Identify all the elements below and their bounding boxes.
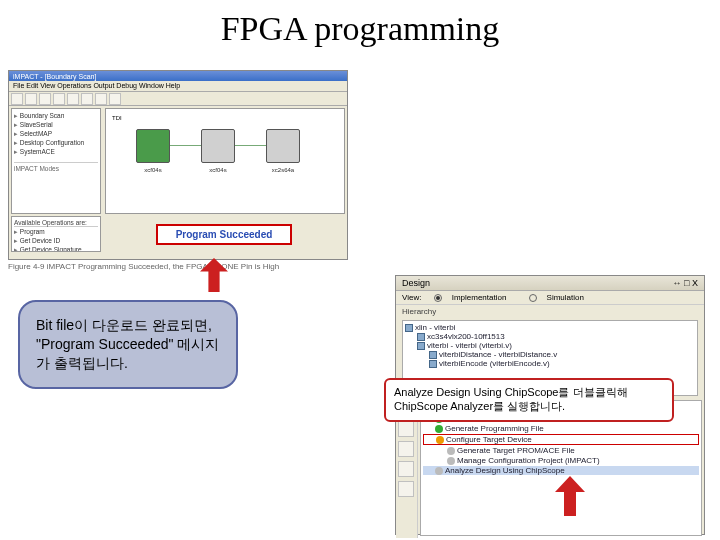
toolbar-button[interactable] [25,93,37,105]
module-icon [429,351,437,359]
process-text: Analyze Design Using ChipScope [445,466,565,475]
callout-chipscope: Analyze Design Using ChipScope를 더블클릭해 Ch… [384,378,674,422]
status-done-icon [435,425,443,433]
hierarchy-label: Hierarchy [396,305,704,318]
toolbar-button[interactable] [39,93,51,105]
radio-simulation[interactable] [529,294,537,302]
toolbar-button[interactable] [53,93,65,105]
hierarchy-text: viterbi - viterbi (viterbi.v) [427,341,512,350]
toolbar-button[interactable] [81,93,93,105]
radio-implementation[interactable] [434,294,442,302]
chip-icon [417,333,425,341]
hierarchy-item[interactable]: viterbi - viterbi (viterbi.v) [405,341,695,350]
radio-implementation-label: Implementation [452,293,507,302]
program-succeeded-text: Program Succeeded [176,229,273,240]
hierarchy-text: viterbiEncode (viterbiEncode.v) [439,359,550,368]
tree-item[interactable]: SlaveSerial [14,121,98,129]
tab-label: iMPACT Modes [14,162,98,172]
modes-tree[interactable]: Boundary Scan SlaveSerial SelectMAP Desk… [11,108,101,214]
program-succeeded-highlight: Program Succeeded [156,224,293,245]
hierarchy-text: xc3s4vlx200-10ff1513 [427,332,505,341]
device-label: xcf04s [193,167,243,173]
tree-item[interactable]: Desktop Configuration [14,139,98,147]
status-idle-icon [435,467,443,475]
status-idle-icon [447,457,455,465]
module-icon [417,342,425,350]
boundary-scan-canvas[interactable]: TDI xcf04s xcf04s xc2s64a [105,108,345,214]
device-chip[interactable] [201,129,235,163]
device-label: xcf04s [128,167,178,173]
operations-panel[interactable]: Available Operations are: Program Get De… [11,216,101,252]
figure-caption: Figure 4-9 iMPACT Programming Succeeded,… [8,262,279,271]
process-item[interactable]: Generate Target PROM/ACE File [423,446,699,455]
hierarchy-text: viterbiDistance - viterbiDistance.v [439,350,557,359]
process-text: Configure Target Device [446,435,532,444]
tree-item[interactable]: Boundary Scan [14,112,98,120]
module-icon [429,360,437,368]
tree-item[interactable]: SystemACE [14,148,98,156]
device-chip[interactable] [136,129,170,163]
hierarchy-item[interactable]: viterbiDistance - viterbiDistance.v [405,350,695,359]
process-text: Generate Target PROM/ACE File [457,446,575,455]
op-item[interactable]: Get Device ID [14,237,98,245]
process-configure-target[interactable]: Configure Target Device [423,434,699,445]
impact-menubar[interactable]: File Edit View Operations Output Debug W… [9,81,347,92]
status-area: Program Succeeded [103,216,345,252]
status-warning-icon [436,436,444,444]
view-label: View: [402,293,421,302]
tree-item[interactable]: SelectMAP [14,130,98,138]
hierarchy-item[interactable]: viterbiEncode (viterbiEncode.v) [405,359,695,368]
callout-bitfile: Bit file이 다운로드 완료되면, "Program Succeeded"… [18,300,238,389]
impact-toolbar[interactable] [9,92,347,106]
process-text: Generate Programming File [445,424,544,433]
op-item[interactable]: Get Device Signature [14,246,98,252]
design-title-text: Design [402,278,430,288]
file-icon [405,324,413,332]
canvas-label: TDI [112,115,122,121]
process-analyze-chipscope[interactable]: Analyze Design Using ChipScope [423,466,699,475]
process-item[interactable]: Generate Programming File [423,424,699,433]
process-text: Manage Configuration Project (iMPACT) [457,456,600,465]
toolbar-button[interactable] [95,93,107,105]
impact-titlebar: iMPACT - [Boundary Scan] [9,71,347,81]
design-titlebar: Design ↔ □ X [396,276,704,291]
impact-window: iMPACT - [Boundary Scan] File Edit View … [8,70,348,260]
sidebar-button[interactable] [398,441,414,457]
process-item[interactable]: Manage Configuration Project (iMPACT) [423,456,699,465]
sidebar-button[interactable] [398,461,414,477]
hierarchy-item[interactable]: xc3s4vlx200-10ff1513 [405,332,695,341]
device-chip[interactable] [266,129,300,163]
radio-simulation-label: Simulation [547,293,584,302]
toolbar-button[interactable] [67,93,79,105]
sidebar-button[interactable] [398,421,414,437]
slide-title: FPGA programming [0,10,720,48]
status-idle-icon [447,447,455,455]
device-label: xc2s64a [258,167,308,173]
impact-bottom: Available Operations are: Program Get De… [9,216,347,254]
hierarchy-item[interactable]: xlin - viterbi [405,323,695,332]
hierarchy-text: xlin - viterbi [415,323,455,332]
toolbar-button[interactable] [109,93,121,105]
toolbar-button[interactable] [11,93,23,105]
panel-controls-icon[interactable]: ↔ □ X [673,278,698,288]
view-mode-row: View: Implementation Simulation [396,291,704,305]
sidebar-button[interactable] [398,481,414,497]
ops-heading: Available Operations are: [14,219,98,227]
impact-body: Boundary Scan SlaveSerial SelectMAP Desk… [9,106,347,216]
op-item[interactable]: Program [14,228,98,236]
